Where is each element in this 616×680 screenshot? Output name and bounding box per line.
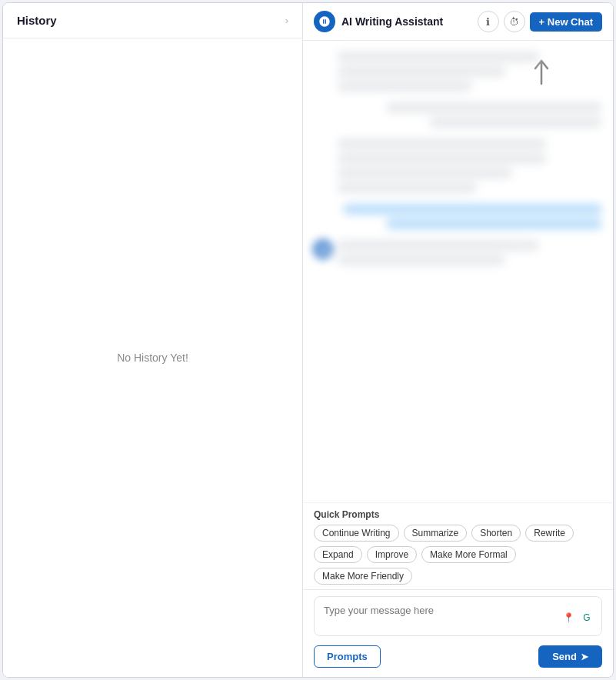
prompt-tag[interactable]: Make More Friendly [314, 568, 412, 585]
sidebar-title: History [17, 14, 57, 27]
prompt-tags: Continue WritingSummarizeShortenRewriteE… [314, 525, 602, 585]
arrow-indicator [528, 55, 555, 85]
prompt-tag[interactable]: Expand [314, 546, 362, 563]
msg-row-4 [314, 204, 602, 229]
input-footer: Prompts Send ➤ [314, 645, 602, 668]
chat-body [303, 41, 613, 502]
chat-panel: AI Writing Assistant ℹ ⏱ + New Chat [303, 3, 613, 677]
chat-title-area: AI Writing Assistant [314, 11, 471, 32]
msg-row-1 [314, 52, 602, 92]
location-icon: 📍 [561, 610, 576, 625]
arrow-svg [528, 55, 555, 85]
info-icon: ℹ [486, 16, 490, 28]
history-button[interactable]: ⏱ [504, 11, 525, 32]
grammarly-icon: G [579, 610, 594, 625]
msg-row-2 [314, 102, 602, 128]
input-area: 📍 G Prompts Send ➤ [303, 589, 613, 677]
sidebar-arrow-icon: › [285, 15, 288, 26]
send-label: Send [552, 651, 577, 662]
msg-row-3 [314, 138, 602, 193]
prompt-tag[interactable]: Shorten [471, 525, 521, 542]
robot-icon [318, 15, 331, 28]
ai-writing-icon [314, 11, 335, 32]
prompt-tag[interactable]: Rewrite [525, 525, 574, 542]
info-button[interactable]: ℹ [478, 11, 499, 32]
chat-header: AI Writing Assistant ℹ ⏱ + New Chat [303, 3, 613, 41]
prompt-tag[interactable]: Make More Formal [421, 546, 516, 563]
msg-row-5 [314, 240, 602, 265]
prompt-tag[interactable]: Continue Writing [314, 525, 399, 542]
sidebar: History › No History Yet! [3, 3, 303, 677]
sidebar-body: No History Yet! [3, 38, 302, 677]
quick-prompts-section: Quick Prompts Continue WritingSummarizeS… [303, 502, 613, 589]
new-chat-button[interactable]: + New Chat [530, 12, 602, 32]
no-history-label: No History Yet! [117, 352, 188, 364]
prompt-tag[interactable]: Improve [367, 546, 417, 563]
input-wrapper: 📍 G [314, 596, 602, 639]
sidebar-header: History › [3, 3, 302, 38]
blurred-messages [314, 52, 602, 496]
send-icon: ➤ [581, 652, 588, 662]
prompt-tag[interactable]: Summarize [404, 525, 468, 542]
prompts-button[interactable]: Prompts [314, 645, 381, 668]
message-input[interactable] [314, 596, 602, 636]
ai-avatar [314, 240, 332, 258]
send-button[interactable]: Send ➤ [538, 645, 602, 668]
quick-prompts-label: Quick Prompts [314, 509, 602, 520]
header-actions: ℹ ⏱ + New Chat [478, 11, 602, 32]
app-container: History › No History Yet! AI Writing Ass… [2, 2, 614, 678]
chat-title: AI Writing Assistant [341, 15, 443, 28]
input-icons: 📍 G [561, 610, 594, 625]
history-icon: ⏱ [509, 16, 519, 28]
